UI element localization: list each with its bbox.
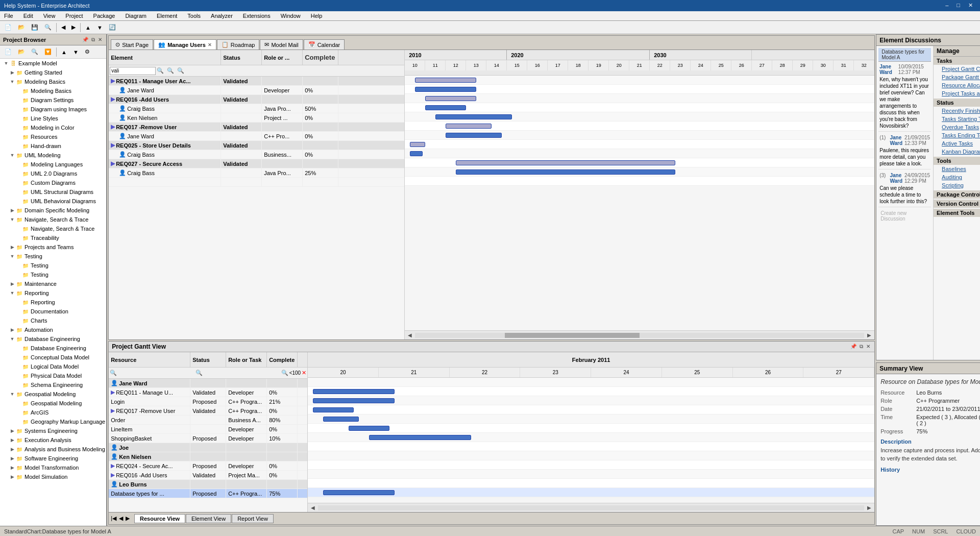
tree-arrow-example-model[interactable]: ▼ (3, 61, 9, 66)
tree-arrow-systems-engineering[interactable]: ▶ (9, 428, 15, 433)
tree-up-btn[interactable]: ▲ (59, 46, 69, 58)
manage-item-2-1[interactable]: Auditing (934, 173, 980, 181)
tree-item-testing-sub1[interactable]: 📁 Testing (0, 261, 106, 270)
open-btn[interactable]: 📂 (15, 22, 28, 33)
tree-search-btn[interactable]: 🔍 (29, 46, 41, 58)
bottom-tab-0[interactable]: Resource View (134, 514, 185, 523)
tree-item-diagram-using-images[interactable]: 📁 Diagram using Images (0, 105, 106, 114)
menu-view[interactable]: View (41, 12, 58, 20)
element-search[interactable] (110, 67, 156, 75)
tree-new-btn[interactable]: 📄 (2, 46, 14, 58)
menu-edit[interactable]: Edit (21, 12, 35, 20)
tree-arrow-modeling-basics[interactable]: ▼ (9, 79, 15, 84)
tree-item-traceability[interactable]: 📁 Traceability (0, 233, 106, 242)
tab-0[interactable]: ⊙ Start Page (111, 39, 153, 50)
tree-arrow-software-engineering[interactable]: ▶ (9, 456, 15, 461)
manage-item-1-3[interactable]: Tasks Ending Today (934, 131, 980, 139)
tree-arrow-testing[interactable]: ▼ (9, 254, 15, 259)
manage-section-title-5[interactable]: Element Tools▼ (934, 209, 980, 217)
manage-section-title-0[interactable]: Tasks▼ (934, 57, 980, 65)
bottom-nav-first[interactable]: |◀ (111, 515, 116, 522)
menu-tools[interactable]: Tools (185, 12, 203, 20)
scroll-left-btn[interactable]: ◀ (407, 332, 413, 338)
tree-item-domain-specific[interactable]: ▶ 📁 Domain Specific Modeling (0, 206, 106, 215)
top-gantt-row-9[interactable]: ▶ REQ027 - Secure Access Validated (109, 159, 404, 168)
tree-arrow-getting-started[interactable]: ▶ (9, 70, 15, 75)
menu-diagram[interactable]: Diagram (123, 12, 149, 20)
tree-item-database-engineering-sub[interactable]: 📁 Database Engineering (0, 344, 106, 353)
minimize-btn[interactable]: – (942, 2, 951, 9)
tree-item-software-engineering[interactable]: ▶ 📁 Software Engineering (0, 454, 106, 463)
tree-down-btn[interactable]: ▼ (70, 46, 81, 58)
menu-analyzer[interactable]: Analyzer (209, 12, 235, 20)
tree-item-diagram-settings[interactable]: 📁 Diagram Settings (0, 95, 106, 105)
tree-item-uml-behavioral[interactable]: 📁 UML Behavioral Diagrams (0, 197, 106, 206)
tree-item-uml-modeling[interactable]: ▼ 📁 UML Modeling (0, 151, 106, 160)
tree-open-btn[interactable]: 📂 (15, 46, 28, 58)
bottom-gantt-row-9[interactable]: ▶ REQ024 - Secure Ac... Proposed Develop… (109, 461, 307, 471)
bottom-gantt-row-4[interactable]: Order Business A... 80% (109, 416, 307, 425)
close-panel-btn[interactable]: ✕ (97, 37, 103, 43)
tab-close-1[interactable]: ✕ (208, 42, 212, 47)
top-gantt-row-4[interactable]: 👤 Ken Nielsen Project ... 0% (109, 113, 404, 123)
menu-extensions[interactable]: Extensions (241, 12, 273, 20)
top-gantt-row-2[interactable]: ▶ REQ016 -Add Users Validated (109, 95, 404, 104)
tree-item-logical-data-model[interactable]: 📁 Logical Data Model (0, 362, 106, 371)
bottom-search-icon1[interactable]: 🔍 (110, 370, 117, 376)
bottom-float-btn[interactable]: ⧉ (859, 344, 864, 350)
top-gantt-row-8[interactable]: 👤 Craig Bass Business... 0% (109, 150, 404, 159)
top-gantt-row-5[interactable]: ▶ REQ017 -Remove User Validated (109, 123, 404, 132)
bottom-nav-next[interactable]: ▶ (126, 515, 130, 522)
manage-item-2-0[interactable]: Baselines (934, 165, 980, 173)
tree-item-systems-engineering[interactable]: ▶ 📁 Systems Engineering (0, 426, 106, 435)
bottom-search-icon2[interactable]: 🔍 (195, 370, 203, 376)
tree-item-model-transformation[interactable]: ▶ 📁 Model Transformation (0, 463, 106, 472)
top-gantt-row-1[interactable]: 👤 Jane Ward Developer 0% (109, 86, 404, 95)
tree-item-reporting-sub[interactable]: 📁 Reporting (0, 298, 106, 307)
top-gantt-row-0[interactable]: ▶ REQ011 - Manage User Ac... Validated (109, 77, 404, 86)
up-btn[interactable]: ▲ (83, 22, 93, 33)
create-discussion[interactable]: Create new Discussion (878, 208, 931, 224)
bottom-gantt-row-2[interactable]: Login Proposed C++ Progra... 21% (109, 397, 307, 406)
forward-btn[interactable]: ▶ (69, 22, 78, 33)
search-btn[interactable]: 🔍 (42, 22, 54, 33)
maximize-btn[interactable]: □ (953, 2, 963, 9)
save-btn[interactable]: 💾 (29, 22, 41, 33)
manage-item-0-3[interactable]: Project Tasks and Stat... (934, 89, 980, 98)
pin-btn[interactable]: 📌 (81, 37, 89, 43)
tree-item-testing-sub2[interactable]: 📁 Testing (0, 270, 106, 279)
tree-item-conceptual-data-model[interactable]: 📁 Conceptual Data Model (0, 353, 106, 362)
tree-item-model-simulation[interactable]: ▶ 📁 Model Simulation (0, 472, 106, 481)
tab-3[interactable]: ✉ Model Mail (260, 39, 303, 50)
tree-item-uml-20-diagrams[interactable]: 📁 UML 2.0 Diagrams (0, 169, 106, 178)
tree-item-geospatial-modeling[interactable]: ▼ 📁 Geospatial Modeling (0, 389, 106, 399)
menu-file[interactable]: File (2, 12, 15, 20)
tree-item-projects-teams[interactable]: ▶ 📁 Projects and Teams (0, 242, 106, 252)
bottom-gantt-row-10[interactable]: ▶ REQ016 -Add Users Validated Project Ma… (109, 471, 307, 480)
tree-item-arcgis[interactable]: 📁 ArcGIS (0, 408, 106, 417)
bottom-gantt-row-11[interactable]: 👤 Leo Burns (109, 480, 307, 489)
tree-item-physical-data-model[interactable]: 📁 Physical Data Model (0, 371, 106, 380)
tree-item-geography-markup[interactable]: 📁 Geography Markup Language (0, 417, 106, 426)
bottom-gantt-row-1[interactable]: ▶ REQ011 - Manage U... Validated Develop… (109, 388, 307, 397)
tree-arrow-projects-teams[interactable]: ▶ (9, 245, 15, 250)
bottom-gantt-row-12[interactable]: Database types for ... Proposed C++ Prog… (109, 489, 307, 498)
tree-arrow-model-transformation[interactable]: ▶ (9, 465, 15, 470)
tree-settings-btn[interactable]: ⚙ (82, 46, 92, 58)
tree-item-testing[interactable]: ▼ 📁 Testing (0, 252, 106, 261)
manage-item-1-2[interactable]: Overdue Tasks (934, 123, 980, 131)
tree-item-analysis-business[interactable]: ▶ 📁 Analysis and Business Modeling (0, 445, 106, 454)
manage-item-1-5[interactable]: Kanban Diagrams (934, 148, 980, 156)
tree-item-documentation[interactable]: 📁 Documentation (0, 307, 106, 316)
tree-item-database-engineering[interactable]: ▼ 📁 Database Engineering (0, 334, 106, 344)
tree-item-charts[interactable]: 📁 Charts (0, 316, 106, 325)
tree-filter-btn[interactable]: 🔽 (42, 46, 54, 58)
tree-item-resources[interactable]: 📁 Resources (0, 132, 106, 141)
search-icon[interactable]: 🔍 (157, 67, 164, 74)
tab-4[interactable]: 📅 Calendar (304, 39, 345, 50)
tab-1[interactable]: 👥 Manage Users ✕ (154, 39, 216, 50)
tree-arrow-execution-analysis[interactable]: ▶ (9, 437, 15, 443)
bottom-gantt-row-7[interactable]: 👤 Joe (109, 443, 307, 452)
search-settings-icon[interactable]: 🔍 (177, 67, 184, 74)
bottom-scroll-left[interactable]: ◀ (310, 505, 316, 510)
